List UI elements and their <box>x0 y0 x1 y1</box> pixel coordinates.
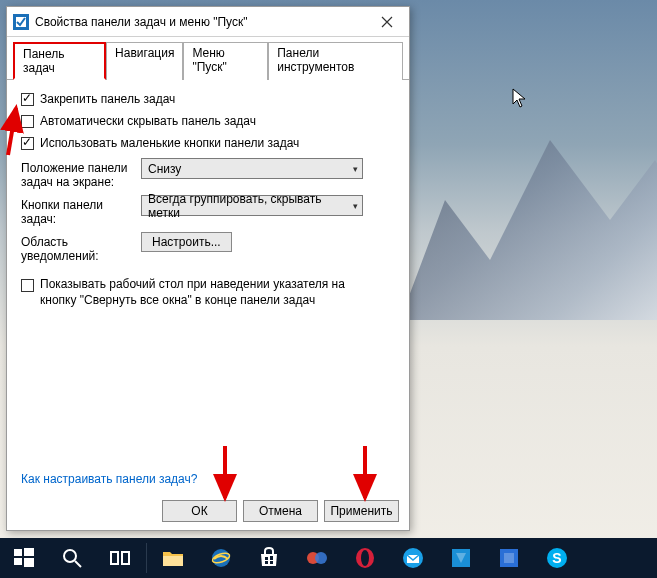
search-button[interactable] <box>48 538 96 578</box>
mail-icon[interactable] <box>389 538 437 578</box>
taskbar-properties-dialog: Свойства панели задач и меню "Пуск" Пане… <box>6 6 410 531</box>
tab-strip: Панель задач Навигация Меню "Пуск" Панел… <box>7 37 409 80</box>
checkbox-autohide[interactable] <box>21 115 34 128</box>
window-icon <box>13 14 29 30</box>
button-text: Применить <box>330 504 392 518</box>
apply-button[interactable]: Применить <box>324 500 399 522</box>
checkbox-small-buttons[interactable] <box>21 137 34 150</box>
label-position: Положение панели задач на экране: <box>21 158 141 189</box>
taskbar: S <box>0 538 657 578</box>
help-link[interactable]: Как настраивать панели задач? <box>21 472 197 486</box>
svg-rect-13 <box>265 561 268 564</box>
label-lock-taskbar: Закрепить панель задач <box>40 92 175 106</box>
label-peek-desktop: Показывать рабочий стол при наведении ук… <box>40 277 380 308</box>
tab-toolbars[interactable]: Панели инструментов <box>268 42 403 80</box>
button-text: ОК <box>191 504 207 518</box>
ie-icon[interactable] <box>197 538 245 578</box>
label-buttons: Кнопки панели задач: <box>21 195 141 226</box>
start-button[interactable] <box>0 538 48 578</box>
tab-navigation[interactable]: Навигация <box>106 42 183 80</box>
label-autohide: Автоматически скрывать панель задач <box>40 114 256 128</box>
chevron-down-icon: ▾ <box>353 201 358 211</box>
button-text: Отмена <box>259 504 302 518</box>
taskbar-separator <box>146 543 147 573</box>
cursor-icon <box>512 88 528 113</box>
svg-rect-2 <box>24 548 34 556</box>
label-notification-area: Область уведомлений: <box>21 232 141 263</box>
titlebar[interactable]: Свойства панели задач и меню "Пуск" <box>7 7 409 37</box>
app-icon-generic[interactable] <box>293 538 341 578</box>
tab-label: Панель задач <box>23 47 64 75</box>
label-small-buttons: Использовать маленькие кнопки панели зад… <box>40 136 299 150</box>
select-buttons[interactable]: Всегда группировать, скрывать метки ▾ <box>141 195 363 216</box>
tab-panel-taskbar: Закрепить панель задач Автоматически скр… <box>7 80 409 530</box>
taskview-button[interactable] <box>96 538 144 578</box>
svg-rect-12 <box>270 556 273 560</box>
checkbox-lock-taskbar[interactable] <box>21 93 34 106</box>
store-icon[interactable] <box>245 538 293 578</box>
app-icon-blue[interactable] <box>437 538 485 578</box>
file-explorer-icon[interactable] <box>149 538 197 578</box>
svg-rect-22 <box>504 553 514 563</box>
tab-startmenu[interactable]: Меню "Пуск" <box>183 42 268 80</box>
svg-text:S: S <box>552 550 561 566</box>
button-text: Настроить... <box>152 235 221 249</box>
configure-notification-button[interactable]: Настроить... <box>141 232 232 252</box>
svg-rect-8 <box>163 556 183 566</box>
skype-icon[interactable]: S <box>533 538 581 578</box>
desktop-wallpaper <box>400 120 657 320</box>
svg-point-18 <box>361 550 369 566</box>
app-icon-blue-2[interactable] <box>485 538 533 578</box>
select-buttons-value: Всегда группировать, скрывать метки <box>148 192 353 220</box>
tab-label: Панели инструментов <box>277 46 354 74</box>
chevron-down-icon: ▾ <box>353 164 358 174</box>
svg-rect-7 <box>122 552 129 564</box>
checkbox-peek-desktop[interactable] <box>21 279 34 292</box>
dialog-buttons: ОК Отмена Применить <box>162 500 399 522</box>
opera-icon[interactable] <box>341 538 389 578</box>
svg-point-5 <box>64 550 76 562</box>
svg-rect-1 <box>14 549 22 556</box>
svg-rect-4 <box>24 558 34 567</box>
window-title: Свойства панели задач и меню "Пуск" <box>35 15 365 29</box>
svg-rect-6 <box>111 552 118 564</box>
tab-taskbar[interactable]: Панель задач <box>13 42 106 80</box>
svg-point-16 <box>315 552 327 564</box>
cancel-button[interactable]: Отмена <box>243 500 318 522</box>
svg-rect-14 <box>270 561 273 564</box>
select-position[interactable]: Снизу ▾ <box>141 158 363 179</box>
help-link-text: Как настраивать панели задач? <box>21 472 197 486</box>
ok-button[interactable]: ОК <box>162 500 237 522</box>
close-button[interactable] <box>365 8 409 36</box>
tab-label: Меню "Пуск" <box>192 46 226 74</box>
svg-rect-11 <box>265 557 268 560</box>
select-position-value: Снизу <box>148 162 181 176</box>
svg-rect-3 <box>14 558 22 565</box>
tab-label: Навигация <box>115 46 174 60</box>
